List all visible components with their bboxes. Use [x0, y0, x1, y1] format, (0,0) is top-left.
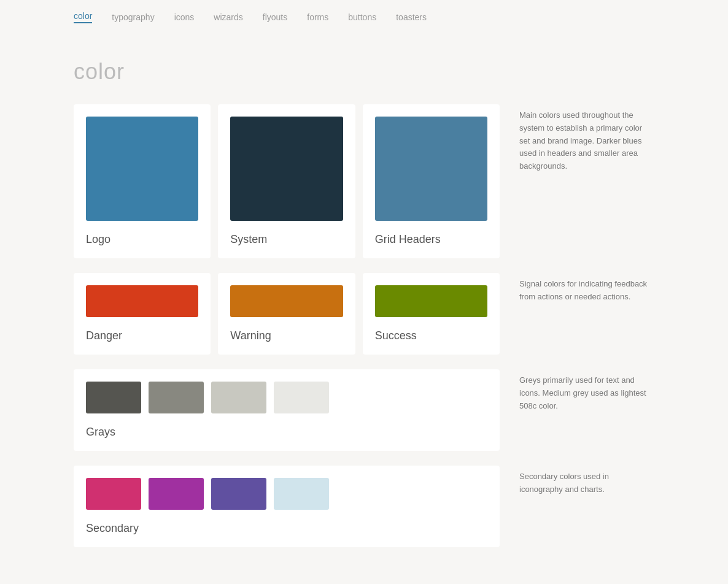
primary-cards: Logo System Grid Headers: [74, 104, 500, 258]
logo-card: Logo: [74, 104, 211, 258]
nav-item-flyouts[interactable]: flyouts: [263, 12, 287, 22]
success-card: Success: [363, 273, 500, 355]
secondary-card: Secondary: [74, 466, 500, 547]
signal-cards: Danger Warning Success: [74, 273, 500, 355]
grid-headers-swatch: [375, 117, 487, 221]
secondary-description: Secondary colors used in iconography and…: [519, 466, 654, 496]
secondary-swatches-row: [86, 478, 487, 510]
secondary-section: Secondary Secondary colors used in icono…: [74, 466, 654, 547]
system-card: System: [218, 104, 355, 258]
grays-description: Greys primarily used for text and icons.…: [519, 369, 654, 412]
logo-label: Logo: [86, 233, 198, 246]
danger-card: Danger: [74, 273, 211, 355]
nav-item-buttons[interactable]: buttons: [348, 12, 376, 22]
danger-swatch: [86, 285, 198, 317]
grays-card: Grays: [74, 369, 500, 451]
warning-swatch: [230, 285, 343, 317]
warning-card: Warning: [218, 273, 355, 355]
signal-description: Signal colors for indicating feedback fr…: [519, 273, 654, 304]
nav-item-typography[interactable]: typography: [112, 12, 154, 22]
gray3-swatch: [211, 382, 266, 413]
sec1-swatch: [86, 478, 141, 510]
page-title: color: [74, 59, 654, 85]
nav-item-icons[interactable]: icons: [174, 12, 195, 22]
system-swatch: [230, 117, 343, 221]
gray2-swatch: [149, 382, 204, 413]
signal-section: Danger Warning Success Signal colors for…: [74, 273, 654, 355]
gray1-swatch: [86, 382, 141, 413]
gray4-swatch: [274, 382, 329, 413]
warning-label: Warning: [230, 329, 343, 342]
grays-section: Grays Greys primarily used for text and …: [74, 369, 654, 451]
nav-item-forms[interactable]: forms: [307, 12, 328, 22]
secondary-label: Secondary: [86, 522, 487, 535]
nav-item-toasters[interactable]: toasters: [396, 12, 427, 22]
main-content: color Logo System Grid Headers Main colo…: [0, 34, 728, 584]
primary-description: Main colors used throughout the system t…: [519, 104, 654, 173]
sec3-swatch: [211, 478, 266, 510]
success-label: Success: [375, 329, 487, 342]
grid-headers-label: Grid Headers: [375, 233, 487, 246]
success-swatch: [375, 285, 487, 317]
grays-label: Grays: [86, 426, 487, 439]
nav-item-color[interactable]: color: [74, 11, 92, 23]
sec2-swatch: [149, 478, 204, 510]
danger-label: Danger: [86, 329, 198, 342]
nav: color typography icons wizards flyouts f…: [0, 0, 728, 34]
grid-headers-card: Grid Headers: [363, 104, 500, 258]
grays-swatches-row: [86, 382, 487, 413]
nav-item-wizards[interactable]: wizards: [214, 12, 242, 22]
primary-section: Logo System Grid Headers Main colors use…: [74, 104, 654, 258]
system-label: System: [230, 233, 343, 246]
sec4-swatch: [274, 478, 329, 510]
logo-swatch: [86, 117, 198, 221]
